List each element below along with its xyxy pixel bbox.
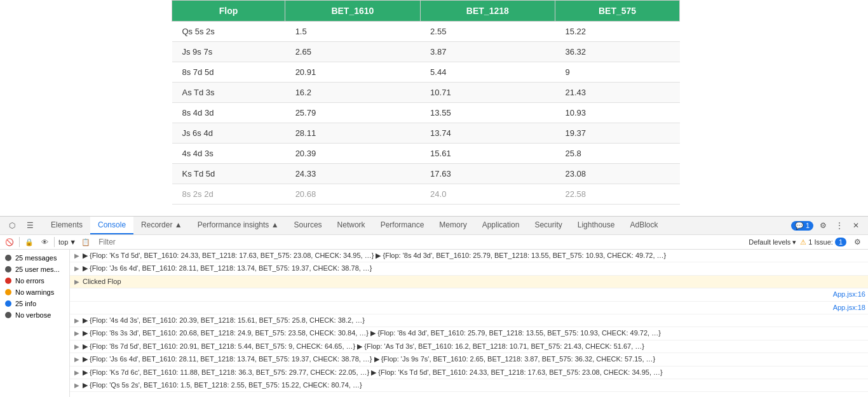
device-icon[interactable]: ☰ (23, 219, 37, 232)
expand-icon[interactable]: ▶ (72, 368, 81, 377)
cell-1-0: Js 9s 7s (172, 42, 285, 62)
filter-input[interactable] (95, 236, 745, 248)
data-table: Flop BET_1610 BET_1218 BET_575 Qs 5s 2s1… (172, 0, 680, 205)
live-expression-icon[interactable]: 👁 (39, 236, 50, 248)
cell-3-0: As Td 3s (172, 83, 285, 103)
expand-icon[interactable]: ▶ (72, 329, 81, 338)
cell-2-0: 8s 7d 5d (172, 62, 285, 83)
cell-1-1: 2.65 (285, 42, 420, 62)
cell-1-2: 3.87 (420, 42, 555, 62)
console-line-8[interactable]: ▶▶ {Flop: 'Js 6s 4d', BET_1610: 28.11, B… (70, 353, 868, 366)
console-line-text: ▶ {Flop: 'Qs 5s 2s', BET_1610: 1.5, BET_… (83, 380, 865, 390)
console-line-text: › (83, 393, 865, 397)
cell-0-0: Qs 5s 2s (172, 22, 285, 42)
show-sidebar-icon[interactable]: 📋 (80, 236, 92, 248)
level-select[interactable]: Default levels ▾ (749, 238, 796, 246)
context-selector[interactable]: top ▼ (58, 238, 76, 246)
console-line-0[interactable]: ▶▶ {Flop: 'Ks Td 5d', BET_1610: 24.33, B… (70, 250, 868, 262)
console-line-text: ▶ {Flop: 'Js 6s 4d', BET_1610: 28.11, BE… (83, 264, 865, 273)
console-left-sidebar: 25 messages25 user mes...No errorsNo war… (0, 250, 70, 397)
console-line-1[interactable]: ▶▶ {Flop: 'Js 6s 4d', BET_1610: 28.11, B… (70, 262, 868, 275)
console-line-source[interactable]: App.jsx:18 (833, 303, 865, 313)
devtools-tab-recorder-▲[interactable]: Recorder ▲ (133, 217, 190, 234)
devtools-tab-console[interactable]: Console (90, 217, 133, 234)
table-row: As Td 3s16.210.7121.43 (172, 83, 680, 103)
console-line-6[interactable]: ▶▶ {Flop: '8s 3s 3d', BET_1610: 20.68, B… (70, 327, 868, 340)
settings-console-icon[interactable]: ⚙ (850, 235, 864, 249)
console-line-3[interactable]: App.jsx:16 (70, 288, 868, 301)
settings-icon[interactable]: ⚙ (816, 219, 830, 232)
devtools-tabbar: ⬡ ☰ ElementsConsoleRecorder ▲Performance… (0, 217, 868, 235)
line-bullet-icon: ▶ (72, 278, 81, 286)
console-line-7[interactable]: ▶▶ {Flop: '8s 7d 5d', BET_1610: 20.91, B… (70, 340, 868, 353)
messages-area[interactable]: ▶▶ {Flop: 'Ks Td 5d', BET_1610: 24.33, B… (70, 250, 868, 397)
cell-2-1: 20.91 (285, 62, 420, 83)
clear-icon[interactable]: 🚫 (4, 236, 15, 248)
preserve-log-icon[interactable]: 🔒 (24, 236, 35, 248)
console-line-text: ▶ {Flop: 'Ks Td 5d', BET_1610: 24.33, BE… (83, 251, 865, 260)
console-line-5[interactable]: ▶▶ {Flop: '4s 4d 3s', BET_1610: 20.39, B… (70, 314, 868, 327)
expand-icon[interactable]: ▶ (72, 252, 81, 260)
devtools-tab-lighthouse[interactable]: Lighthouse (570, 217, 623, 234)
cell-5-0: Js 6s 4d (172, 123, 285, 144)
expand-icon[interactable]: ▶ (72, 264, 81, 273)
table-row: 8s 2s 2d20.6824.022.58 (172, 184, 680, 205)
cell-3-1: 16.2 (285, 83, 420, 103)
devtools-tab-adblock[interactable]: AdBlock (622, 217, 665, 234)
devtools-topbar-icons: ⬡ ☰ (5, 219, 37, 232)
sidebar-item-info[interactable]: 25 info (0, 298, 69, 309)
table-header-row: Flop BET_1610 BET_1218 BET_575 (172, 1, 680, 22)
more-icon[interactable]: ⋮ (832, 219, 846, 232)
sidebar-label-user: 25 user mes... (15, 266, 60, 273)
devtools-tab-memory[interactable]: Memory (431, 217, 474, 234)
devtools-tab-sources[interactable]: Sources (287, 217, 330, 234)
sidebar-label-error: No errors (15, 277, 44, 285)
sidebar-item-warning[interactable]: No warnings (0, 286, 69, 298)
sidebar-item-all[interactable]: 25 messages (0, 252, 69, 264)
console-line-text: ▶ {Flop: '8s 3s 3d', BET_1610: 20.68, BE… (83, 328, 865, 338)
cell-1-3: 36.32 (555, 42, 680, 62)
expand-icon[interactable]: ▶ (72, 355, 81, 364)
issue-badge[interactable]: ⚠ 1 Issue: 1 (800, 238, 846, 246)
cell-7-3: 23.08 (555, 164, 680, 184)
console-line-10[interactable]: ▶▶ {Flop: 'Qs 5s 2s', BET_1610: 1.5, BET… (70, 379, 868, 392)
col-bet1610: BET_1610 (285, 1, 420, 22)
console-badge: 💬 1 (791, 221, 813, 231)
console-line-text: Clicked Flop (83, 277, 865, 286)
console-line-4[interactable]: App.jsx:18 (70, 302, 868, 314)
table-row: Qs 5s 2s1.52.5515.22 (172, 22, 680, 42)
close-devtools-icon[interactable]: ✕ (849, 219, 863, 232)
devtools-tab-performance[interactable]: Performance (373, 217, 432, 234)
cell-0-1: 1.5 (285, 22, 420, 42)
console-line-2[interactable]: ▶Clicked Flop (70, 276, 868, 288)
cell-6-2: 15.61 (420, 144, 555, 164)
devtools-tab-security[interactable]: Security (527, 217, 569, 234)
devtools-right-icons: 💬 1 ⚙ ⋮ ✕ (791, 219, 863, 232)
devtools-tab-elements[interactable]: Elements (43, 217, 90, 234)
console-main-area: 25 messages25 user mes...No errorsNo war… (0, 250, 868, 397)
cell-8-3: 22.58 (555, 184, 680, 205)
sidebar-label-info: 25 info (15, 300, 36, 307)
expand-icon[interactable]: ▶ (72, 342, 81, 351)
expand-icon[interactable]: ▶ (72, 316, 81, 325)
sidebar-item-user[interactable]: 25 user mes... (0, 264, 69, 275)
expand-icon[interactable]: ▶ (72, 381, 81, 390)
cell-3-2: 10.71 (420, 83, 555, 103)
cell-8-2: 24.0 (420, 184, 555, 205)
inspect-icon[interactable]: ⬡ (5, 219, 19, 232)
devtools-tab-application[interactable]: Application (475, 217, 527, 234)
console-line-source[interactable]: App.jsx:16 (833, 290, 865, 299)
sidebar-item-error[interactable]: No errors (0, 275, 69, 286)
table-row: 8s 4d 3d25.7913.5510.93 (172, 103, 680, 123)
devtools-tabs: ElementsConsoleRecorder ▲Performance ins… (43, 217, 790, 234)
console-line-text: ▶ {Flop: '8s 7d 5d', BET_1610: 20.91, BE… (83, 342, 865, 351)
console-line-11[interactable]: › (70, 392, 868, 397)
sidebar-item-verbose[interactable]: No verbose (0, 309, 69, 321)
devtools-tab-performance-insights-▲[interactable]: Performance insights ▲ (190, 217, 287, 234)
cell-4-1: 25.79 (285, 103, 420, 123)
main-content: Flop BET_1610 BET_1218 BET_575 Qs 5s 2s1… (0, 0, 868, 216)
console-toolbar: 🚫 🔒 👁 top ▼ 📋 Default levels ▾ ⚠ 1 Issue… (0, 235, 868, 250)
devtools-tab-network[interactable]: Network (330, 217, 373, 234)
sidebar-label-warning: No warnings (15, 288, 54, 296)
console-line-9[interactable]: ▶▶ {Flop: 'Ks 7d 6c', BET_1610: 11.88, B… (70, 367, 868, 379)
